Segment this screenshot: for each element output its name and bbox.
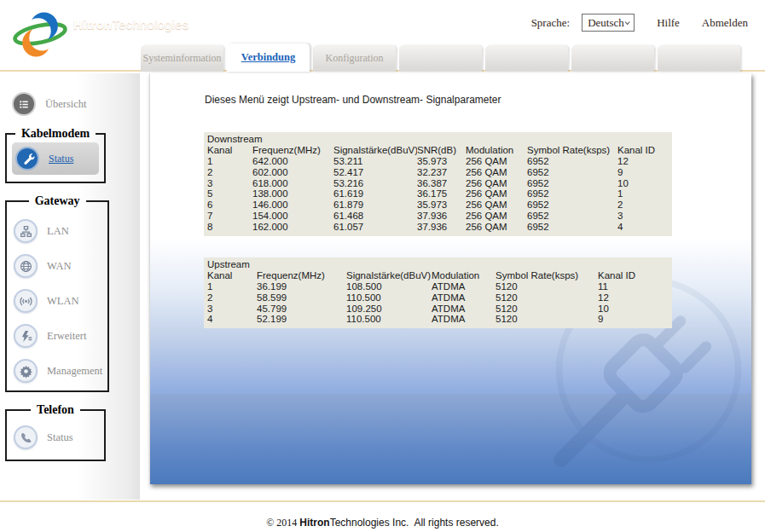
upstream-table: KanalFrequenz(MHz)Signalstärke(dBuV)Modu… [207,270,672,326]
table-cell: Signalstärke(dBuV) [333,145,417,156]
table-cell: 61.468 [333,211,417,222]
footer-divider [0,500,765,502]
tab-systeminformation[interactable]: Systeminformation [141,45,223,72]
table-cell: 110.500 [346,292,432,304]
table-cell: 11 [598,281,672,292]
table-cell: 10 [617,178,672,189]
sidebar-item-lan[interactable]: LAN [14,219,102,243]
downstream-section: Downstream KanalFrequenz(MHz)Signalstärk… [204,132,672,236]
table-row: 345.799109.250ATDMA512010 [207,304,672,315]
table-cell: 36.175 [417,188,466,200]
table-cell: 146.000 [252,200,333,211]
table-cell: 35.973 [417,156,466,167]
table-cell: 4 [617,222,672,233]
table-cell: Modulation [432,270,496,281]
sidebar-item-wan[interactable]: WAN [14,254,102,278]
table-cell: 3 [617,211,672,222]
sidebar-item-erweitert[interactable]: Erweitert [14,324,102,348]
tab-empty-3[interactable] [571,45,654,72]
table-cell: 37.936 [417,211,466,222]
sidebar-item-wlan[interactable]: WLAN [14,289,102,313]
table-cell: 2 [207,292,257,304]
table-row: 136.199108.500ATDMA512011 [207,281,672,292]
tab-konfiguration[interactable]: Konfiguration [313,45,396,72]
table-cell: 58.599 [257,292,346,304]
sidebar-item-overview[interactable]: Übersicht [12,92,140,116]
tab-empty-4[interactable] [658,45,740,72]
language-select[interactable]: Deutsch [582,14,635,32]
sidebar-item-label: WLAN [47,295,79,308]
wan-icon [14,254,38,278]
table-cell: 6952 [527,188,617,200]
table-cell: 45.799 [257,304,346,315]
sidebar-item-label: Erweitert [47,330,87,343]
table-cell: 61.879 [333,200,417,211]
table-row: 2602.00052.41732.237256 QAM69529 [207,167,672,178]
content-panel: Dieses Menü zeigt Upstream- und Downstre… [149,73,751,484]
table-cell: SNR(dB) [417,145,466,156]
logout-link[interactable]: Abmelden [702,16,748,30]
table-cell: 3 [207,178,252,189]
table-cell: 108.500 [346,281,432,292]
table-cell: 1 [207,281,257,292]
wrench-icon [15,147,39,171]
sidebar-item-label: Management [47,365,102,378]
sidebar-group-kabelmodem: Kabelmodem Status [5,127,106,183]
sidebar-group-telefon: Telefon Status [5,403,106,461]
sidebar-item-label[interactable]: Status [49,153,73,165]
footer: © 2014 HitronTechnologies Inc. All right… [0,517,765,529]
table-cell: 6952 [527,211,617,222]
language-selected-value: Deutsch [588,16,624,30]
table-cell: 154.000 [252,211,333,222]
chevron-down-icon [624,19,630,27]
tab-verbindung[interactable]: Verbindung [227,43,310,72]
table-cell: 35.973 [417,200,466,211]
table-cell: 6 [207,200,252,211]
footer-copyright: © 2014 [266,517,299,529]
tab-bar: Systeminformation Verbindung Konfigurati… [141,43,740,72]
table-cell: 6952 [527,167,617,178]
group-legend: Gateway [29,194,86,208]
table-cell: Kanal ID [617,145,672,156]
table-cell: Modulation [466,145,527,156]
table-cell: 6952 [527,200,617,211]
table-row: 1642.00053.21135.973256 QAM695212 [207,156,672,167]
sidebar-item-kabelmodem-status[interactable]: Status [12,142,99,175]
brand-name-bold: Hitron [73,17,112,32]
table-header-row: KanalFrequenz(MHz)Signalstärke(dBuV)Modu… [207,270,672,281]
table-cell: 10 [598,304,672,315]
table-row: 3618.00053.21636.387256 QAM695210 [207,178,672,189]
table-cell: 8 [207,222,252,233]
wlan-icon [14,289,38,313]
lan-icon [14,219,38,243]
tab-empty-1[interactable] [399,45,482,72]
table-cell: Frequenz(MHz) [252,145,333,156]
table-cell: 256 QAM [466,200,527,211]
table-cell: 256 QAM [466,188,527,200]
table-row: 258.599110.500ATDMA512012 [207,292,672,304]
sidebar-item-management[interactable]: Management [14,359,102,383]
table-cell: 52.199 [257,314,346,325]
header-controls: Sprache: Deutsch Hilfe Abmelden [531,14,748,32]
table-cell: 256 QAM [466,211,527,222]
table-cell: 53.216 [333,178,417,189]
table-cell: Signalstärke(dBuV) [346,270,432,281]
table-cell: 6952 [527,222,617,233]
sidebar-item-telefon-status[interactable]: Status [14,425,99,449]
table-cell: 1 [207,156,252,167]
sidebar-item-label: LAN [47,225,69,238]
language-label: Sprache: [531,16,570,30]
upstream-title: Upstream [207,259,672,270]
table-cell: ATDMA [432,314,496,325]
downstream-table: KanalFrequenz(MHz)Signalstärke(dBuV)SNR(… [207,145,672,233]
table-cell: 1 [617,188,672,200]
table-cell: 9 [617,167,672,178]
tab-empty-2[interactable] [485,45,568,72]
sidebar-group-gateway: Gateway LAN WAN WLAN Erweitert [5,194,109,392]
page-description: Dieses Menü zeigt Upstream- und Downstre… [205,94,501,106]
table-cell: Kanal [207,145,252,156]
help-link[interactable]: Hilfe [657,16,680,30]
table-cell: 52.417 [333,167,417,178]
sidebar-item-label: WAN [47,260,71,273]
table-cell: ATDMA [432,281,496,292]
